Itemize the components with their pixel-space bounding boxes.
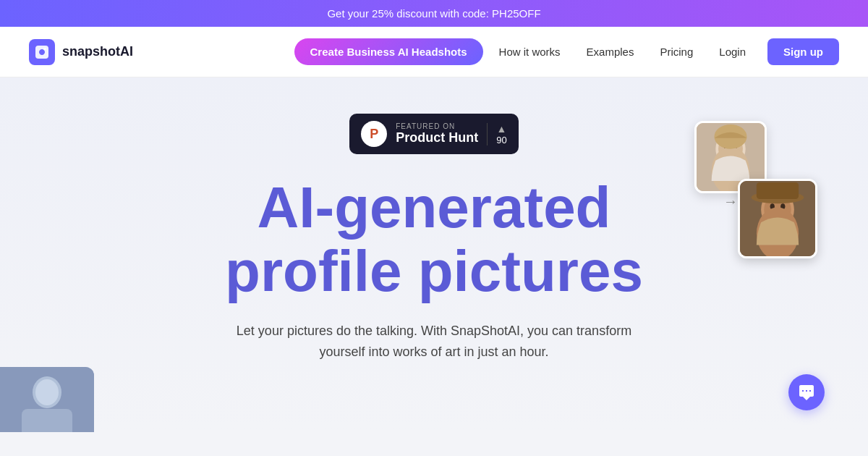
examples-link[interactable]: Examples xyxy=(576,40,644,64)
bottom-left-sample-image xyxy=(0,367,94,432)
svg-rect-20 xyxy=(22,409,72,432)
svg-rect-1 xyxy=(43,48,46,50)
hero-section: P FEATURED ON Product Hunt ▲ 90 AI-gener… xyxy=(0,77,868,432)
ph-upvote-count: 90 xyxy=(496,135,506,145)
logo-text: snapshotAI xyxy=(62,44,133,59)
ph-arrow-up-icon: ▲ xyxy=(497,123,507,135)
product-hunt-badge[interactable]: P FEATURED ON Product Hunt ▲ 90 xyxy=(349,114,518,154)
logo[interactable]: snapshotAI xyxy=(29,39,133,65)
svg-point-19 xyxy=(35,379,59,405)
hero-title-line1: AI-generated xyxy=(258,175,611,240)
ph-upvote: ▲ 90 xyxy=(487,123,506,145)
ph-product-label: Product Hunt xyxy=(396,130,478,145)
create-headshots-button[interactable]: Create Business AI Headshots xyxy=(294,38,483,65)
profile-image-after xyxy=(738,179,817,258)
header: snapshotAI Create Business AI Headshots … xyxy=(0,27,868,77)
promo-text: Get your 25% discount with code: PH25OFF xyxy=(327,7,540,20)
before-after-arrow-icon: → xyxy=(723,193,738,210)
hero-title: AI-generated profile pictures xyxy=(225,176,643,303)
how-it-works-link[interactable]: How it works xyxy=(489,40,571,64)
svg-rect-16 xyxy=(757,182,799,199)
hero-subtitle: Let your pictures do the talking. With S… xyxy=(231,321,637,363)
product-hunt-icon: P xyxy=(361,121,387,147)
promo-banner: Get your 25% discount with code: PH25OFF xyxy=(0,0,868,27)
main-nav: Create Business AI Headshots How it work… xyxy=(294,38,839,65)
ph-featured-label: FEATURED ON xyxy=(396,122,478,130)
hero-title-line2: profile pictures xyxy=(225,239,643,303)
floating-profile-images: → xyxy=(680,121,825,266)
product-hunt-text: FEATURED ON Product Hunt xyxy=(396,122,478,145)
login-link[interactable]: Login xyxy=(709,40,756,64)
pricing-link[interactable]: Pricing xyxy=(650,40,703,64)
logo-icon xyxy=(29,39,55,65)
signup-button[interactable]: Sign up xyxy=(767,38,839,65)
chat-support-button[interactable] xyxy=(788,374,825,410)
